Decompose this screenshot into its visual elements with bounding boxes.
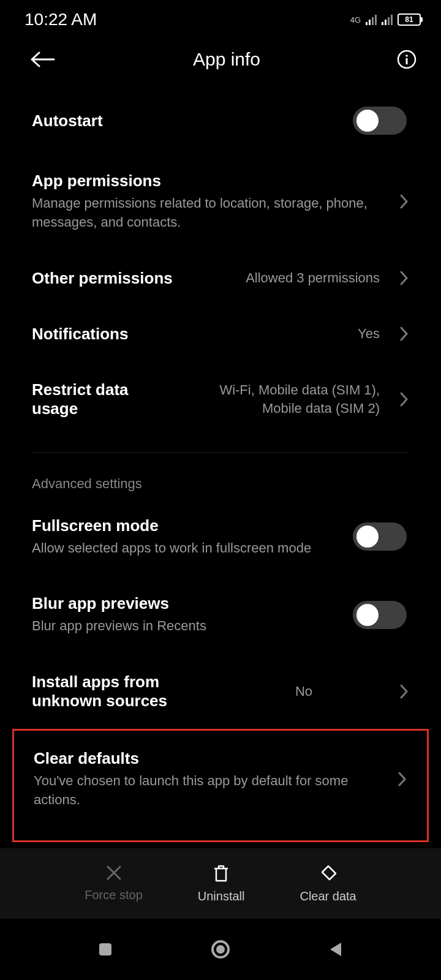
blur-toggle[interactable] [353, 601, 407, 629]
app-permissions-row[interactable]: App permissions Manage permissions relat… [32, 153, 409, 251]
svg-point-1 [405, 55, 408, 57]
fullscreen-title: Fullscreen mode [32, 516, 341, 535]
signal-sim1-icon [366, 14, 377, 25]
autostart-toggle[interactable] [353, 107, 407, 135]
info-icon [397, 50, 417, 69]
install-unknown-title: Install apps from unknown sources [32, 673, 216, 710]
chevron-right-icon [399, 270, 409, 286]
force-stop-button[interactable]: Force stop [85, 864, 142, 903]
chevron-right-icon [399, 326, 409, 342]
home-button[interactable] [210, 939, 231, 960]
close-icon [105, 864, 123, 882]
trash-icon [212, 864, 230, 883]
header: App info [0, 37, 441, 88]
advanced-section-header: Advanced settings [32, 465, 409, 498]
svg-rect-3 [99, 943, 111, 956]
restrict-data-title: Restrict data usage [32, 380, 172, 418]
svg-rect-2 [406, 58, 408, 64]
blur-title: Blur app previews [32, 594, 341, 613]
network-type-label: 4G [350, 16, 361, 24]
back-button[interactable] [31, 50, 55, 69]
autostart-row[interactable]: Autostart [32, 88, 409, 153]
recents-button[interactable] [97, 941, 113, 957]
autostart-title: Autostart [32, 111, 341, 130]
svg-point-5 [216, 945, 225, 954]
install-unknown-row[interactable]: Install apps from unknown sources No [32, 654, 409, 729]
battery-icon: 81 [398, 13, 423, 26]
clear-defaults-highlight: Clear defaults You've chosen to launch t… [12, 729, 429, 842]
fullscreen-subtitle: Allow selected apps to work in fullscree… [32, 539, 341, 558]
chevron-right-icon [399, 684, 409, 699]
clear-data-label: Clear data [300, 889, 356, 903]
install-unknown-value: No [295, 682, 312, 701]
status-indicators: 4G 81 [350, 13, 423, 26]
square-icon [97, 941, 113, 957]
clear-defaults-row[interactable]: Clear defaults You've chosen to launch t… [34, 743, 407, 816]
uninstall-button[interactable]: Uninstall [198, 864, 245, 903]
notifications-row[interactable]: Notifications Yes [32, 306, 409, 362]
page-title: App info [31, 49, 423, 70]
status-time: 10:22 AM [24, 10, 97, 29]
clear-defaults-subtitle: You've chosen to launch this app by defa… [34, 772, 378, 810]
status-bar: 10:22 AM 4G 81 [0, 0, 441, 37]
other-permissions-row[interactable]: Other permissions Allowed 3 permissions [32, 251, 409, 306]
uninstall-label: Uninstall [198, 889, 245, 903]
blur-row[interactable]: Blur app previews Blur app previews in R… [32, 576, 409, 654]
other-permissions-value: Allowed 3 permissions [246, 269, 380, 287]
bottom-action-bar: Force stop Uninstall Clear data [0, 848, 441, 919]
chevron-right-icon [399, 194, 409, 209]
app-permissions-title: App permissions [32, 172, 380, 190]
arrow-left-icon [31, 50, 55, 69]
force-stop-label: Force stop [85, 888, 142, 902]
clear-defaults-title: Clear defaults [34, 749, 378, 768]
system-nav-bar [0, 919, 441, 980]
restrict-data-value: Wi-Fi, Mobile data (SIM 1), Mobile data … [184, 381, 380, 417]
eraser-icon [318, 864, 338, 883]
notifications-title: Notifications [32, 325, 345, 344]
triangle-left-icon [328, 941, 344, 958]
other-permissions-title: Other permissions [32, 269, 233, 288]
app-permissions-subtitle: Manage permissions related to location, … [32, 194, 380, 232]
clear-data-button[interactable]: Clear data [300, 864, 356, 903]
back-nav-button[interactable] [328, 941, 344, 958]
divider [32, 452, 409, 453]
fullscreen-toggle[interactable] [353, 522, 407, 551]
notifications-value: Yes [358, 325, 380, 343]
restrict-data-row[interactable]: Restrict data usage Wi-Fi, Mobile data (… [32, 362, 409, 437]
chevron-right-icon [399, 391, 409, 407]
info-button[interactable] [397, 50, 417, 69]
chevron-right-icon [398, 771, 407, 787]
signal-sim2-icon [382, 14, 393, 25]
circle-icon [210, 939, 231, 960]
blur-subtitle: Blur app previews in Recents [32, 617, 341, 636]
fullscreen-row[interactable]: Fullscreen mode Allow selected apps to w… [32, 498, 409, 576]
